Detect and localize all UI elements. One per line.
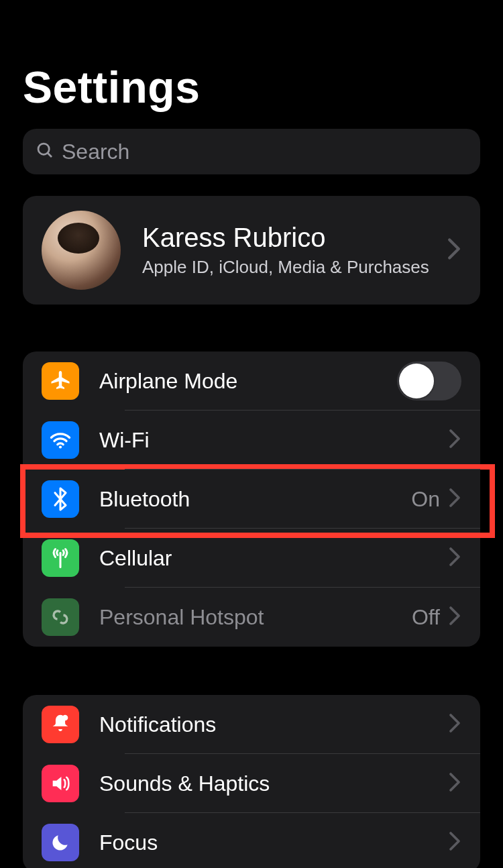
page-title: Settings bbox=[23, 62, 480, 113]
moon-icon bbox=[42, 824, 79, 861]
svg-point-4 bbox=[59, 552, 61, 554]
chevron-right-icon bbox=[448, 831, 461, 854]
hotspot-value: Off bbox=[412, 605, 440, 630]
profile-name: Karess Rubrico bbox=[142, 223, 429, 253]
search-field[interactable] bbox=[23, 129, 480, 174]
sounds-row[interactable]: Sounds & Haptics bbox=[23, 754, 480, 813]
apple-id-row[interactable]: Karess Rubrico Apple ID, iCloud, Media &… bbox=[23, 196, 480, 305]
airplane-mode-row[interactable]: Airplane Mode bbox=[23, 351, 480, 411]
notifications-row[interactable]: Notifications bbox=[23, 695, 480, 754]
bluetooth-label: Bluetooth bbox=[99, 487, 411, 512]
svg-point-5 bbox=[62, 715, 68, 721]
chevron-right-icon bbox=[448, 488, 461, 510]
chevron-right-icon bbox=[448, 713, 461, 736]
chevron-right-icon bbox=[447, 237, 461, 263]
chevron-right-icon bbox=[448, 606, 461, 629]
chevron-right-icon bbox=[448, 772, 461, 795]
svg-point-0 bbox=[38, 144, 49, 154]
profile-subtitle: Apple ID, iCloud, Media & Purchases bbox=[142, 257, 429, 278]
chevron-right-icon bbox=[448, 547, 461, 569]
cellular-icon bbox=[42, 539, 79, 577]
connectivity-group: Airplane Mode Wi-Fi Bluetooth On bbox=[23, 351, 480, 647]
airplane-icon bbox=[42, 362, 79, 400]
bluetooth-value: On bbox=[411, 487, 440, 512]
sounds-label: Sounds & Haptics bbox=[99, 771, 448, 796]
hotspot-icon bbox=[42, 598, 79, 636]
search-icon bbox=[35, 140, 55, 163]
wifi-row[interactable]: Wi-Fi bbox=[23, 411, 480, 470]
avatar bbox=[42, 211, 121, 290]
focus-row[interactable]: Focus bbox=[23, 813, 480, 868]
focus-label: Focus bbox=[99, 830, 448, 855]
cellular-row[interactable]: Cellular bbox=[23, 529, 480, 588]
bluetooth-icon bbox=[42, 480, 79, 518]
notifications-group: Notifications Sounds & Haptics Focus bbox=[23, 695, 480, 868]
cellular-label: Cellular bbox=[99, 546, 448, 571]
wifi-label: Wi-Fi bbox=[99, 428, 448, 453]
chevron-right-icon bbox=[448, 429, 461, 451]
svg-line-1 bbox=[48, 153, 52, 157]
search-input[interactable] bbox=[62, 140, 468, 164]
speaker-icon bbox=[42, 765, 79, 802]
hotspot-label: Personal Hotspot bbox=[99, 605, 412, 630]
airplane-mode-label: Airplane Mode bbox=[99, 369, 397, 394]
wifi-icon bbox=[42, 421, 79, 459]
hotspot-row[interactable]: Personal Hotspot Off bbox=[23, 588, 480, 647]
notifications-label: Notifications bbox=[99, 712, 448, 737]
bell-icon bbox=[42, 706, 79, 743]
svg-point-2 bbox=[59, 445, 62, 448]
airplane-mode-toggle[interactable] bbox=[397, 362, 461, 400]
bluetooth-row[interactable]: Bluetooth On bbox=[23, 470, 480, 529]
